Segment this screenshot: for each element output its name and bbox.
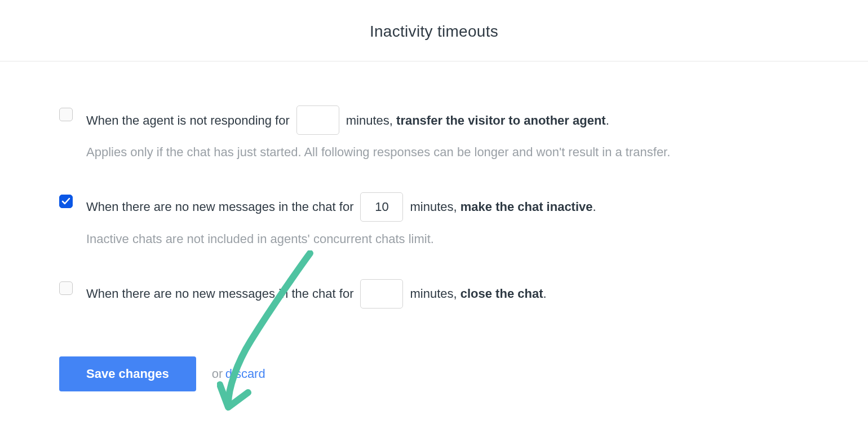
discard-link[interactable]: discard — [225, 367, 265, 381]
close-minutes-input[interactable] — [360, 279, 403, 309]
option-make-inactive: When there are no new messages in the ch… — [59, 192, 809, 248]
settings-content: When the agent is not responding for min… — [0, 61, 868, 391]
page-title: Inactivity timeouts — [0, 23, 868, 41]
inactive-minutes-input[interactable] — [360, 192, 403, 222]
save-button[interactable]: Save changes — [59, 356, 196, 391]
checkbox-transfer-visitor[interactable] — [59, 108, 73, 121]
option-inactive-label: When there are no new messages in the ch… — [86, 192, 809, 222]
annotation-arrow-icon — [217, 250, 330, 420]
checkbox-close-chat[interactable] — [59, 281, 73, 295]
option-transfer-visitor: When the agent is not responding for min… — [59, 105, 809, 161]
checkbox-make-inactive[interactable] — [59, 195, 73, 208]
option-transfer-help: Applies only if the chat has just starte… — [86, 144, 809, 161]
transfer-minutes-input[interactable] — [296, 105, 339, 135]
checkmark-icon — [61, 197, 70, 206]
or-text: or — [212, 367, 223, 381]
option-close-label: When there are no new messages in the ch… — [86, 279, 809, 309]
option-transfer-label: When the agent is not responding for min… — [86, 105, 809, 135]
page-header: Inactivity timeouts — [0, 0, 868, 61]
option-close-chat: When there are no new messages in the ch… — [59, 279, 809, 309]
option-inactive-help: Inactive chats are not included in agent… — [86, 231, 809, 248]
footer-actions: Save changes or discard — [59, 356, 809, 391]
